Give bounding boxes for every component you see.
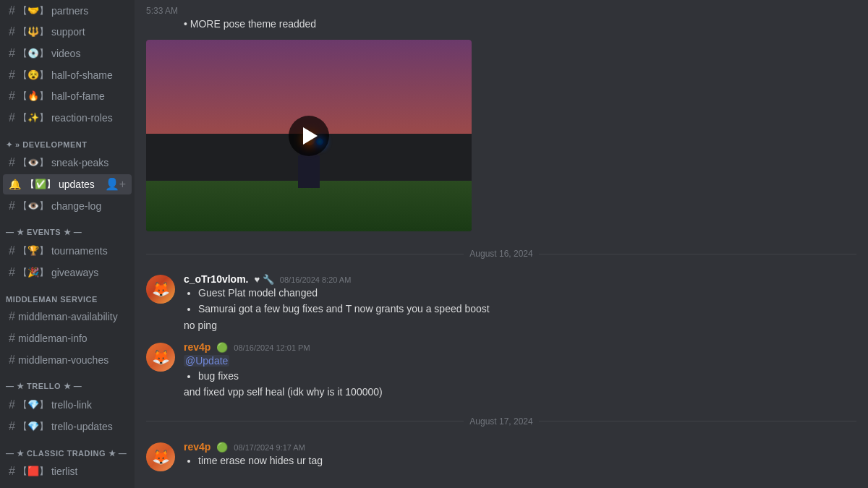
channel-item-hall-of-fame[interactable]: # 【🔥】 hall-of-fame xyxy=(3,86,132,106)
hash-icon: # xyxy=(9,420,15,433)
message-list: time erase now hides ur tag xyxy=(198,454,856,468)
channel-label: reaction-roles xyxy=(51,112,113,124)
date-divider-aug16: August 16, 2024 xyxy=(146,249,856,259)
category-development: ✦ » DEVELOPMENT xyxy=(0,129,135,153)
list-item: time erase now hides ur tag xyxy=(198,454,856,468)
username-badge: 🟢 xyxy=(216,342,228,353)
notification-icon: 🔔 xyxy=(9,179,21,190)
channel-item-middleman-vouches[interactable]: # middleman-vouches xyxy=(3,350,132,370)
channel-item-giveaways[interactable]: # 【🎉】 giveaways xyxy=(3,262,132,283)
list-item: bug fixes xyxy=(198,369,856,383)
avatar: 🦊 xyxy=(146,343,175,372)
video-timestamp: 5:33 AM xyxy=(135,6,868,16)
message-content: c_oTr10vlom. ♥ 🔧 08/16/2024 8:20 AM Gues… xyxy=(184,273,856,333)
message-header: c_oTr10vlom. ♥ 🔧 08/16/2024 8:20 AM xyxy=(184,273,856,285)
hash-icon: # xyxy=(9,244,15,257)
channel-label: tournaments xyxy=(51,245,108,257)
avatar: 🦊 xyxy=(146,275,175,304)
hash-icon: # xyxy=(9,90,15,103)
add-user-icon[interactable]: 👤+ xyxy=(105,177,126,191)
hash-icon: # xyxy=(9,266,15,279)
category-trello: — ★ TRELLO ★ — xyxy=(0,370,135,394)
channel-label: middleman-vouches xyxy=(18,354,109,366)
message-text: Guest Plat model changed Samurai got a f… xyxy=(184,286,856,333)
channel-item-tierlist[interactable]: # 【🟥】 tierlist xyxy=(3,462,132,482)
channel-label: giveaways xyxy=(51,267,98,278)
message-header: rev4p 🟢 08/17/2024 9:17 AM xyxy=(184,441,856,453)
divider-line xyxy=(539,421,856,421)
channel-label: middleman-availability xyxy=(18,311,118,322)
message-list: bug fixes xyxy=(198,369,856,383)
channel-item-support[interactable]: # 【🔱】 support xyxy=(3,22,132,43)
extra-text: and fixed vpp self heal (idk why is it 1… xyxy=(184,385,856,399)
hash-icon: # xyxy=(9,111,15,124)
channel-label: change-log xyxy=(51,200,101,212)
hash-icon: # xyxy=(9,200,15,213)
channel-label: hall-of-shame xyxy=(51,69,113,81)
channel-label: partners xyxy=(51,5,88,17)
hash-icon: # xyxy=(9,465,15,478)
channel-item-middleman-availability[interactable]: # middleman-availability xyxy=(3,307,132,328)
main-content: 5:33 AM • MORE pose theme readded xyxy=(135,0,868,488)
channel-item-tournaments[interactable]: # 【🏆】 tournaments xyxy=(3,241,132,261)
username: rev4p xyxy=(184,341,210,353)
hash-icon: # xyxy=(9,310,15,323)
channel-label: videos xyxy=(51,48,80,59)
hash-icon: # xyxy=(9,354,15,367)
hash-icon: # xyxy=(9,4,15,17)
message-content: rev4p 🟢 08/16/2024 12:01 PM @Update bug … xyxy=(184,341,856,399)
date-divider-aug17: August 17, 2024 xyxy=(146,416,856,427)
play-button[interactable] xyxy=(289,116,329,156)
username: rev4p xyxy=(184,441,210,453)
channel-item-reaction-roles[interactable]: # 【✨】 reaction-roles xyxy=(3,108,132,128)
username: c_oTr10vlom. xyxy=(184,273,249,285)
date-text: August 17, 2024 xyxy=(469,416,532,427)
hash-icon: # xyxy=(9,332,15,345)
video-embed[interactable] xyxy=(146,40,472,231)
avatar: 🦊 xyxy=(146,442,175,471)
message-text: time erase now hides ur tag xyxy=(184,454,856,468)
channel-item-sneak-peaks[interactable]: # 【👁️】 sneak-peaks xyxy=(3,153,132,174)
timestamp: 08/16/2024 8:20 AM xyxy=(280,275,351,284)
date-text: August 16, 2024 xyxy=(469,249,532,259)
message-group: 🦊 c_oTr10vlom. ♥ 🔧 08/16/2024 8:20 AM Gu… xyxy=(135,270,868,335)
channel-item-trello-updates[interactable]: # 【💎】 trello-updates xyxy=(3,416,132,437)
channel-item-change-log[interactable]: # 【👁️】 change-log xyxy=(3,196,132,216)
video-ground xyxy=(146,181,472,231)
timestamp: 08/17/2024 9:17 AM xyxy=(234,443,305,452)
channel-item-trello-link[interactable]: # 【💎】 trello-link xyxy=(3,395,132,415)
category-classic-trading: — ★ CLASSIC TRADING ★ — xyxy=(0,437,135,461)
list-item: Guest Plat model changed xyxy=(198,286,856,300)
channel-label: middleman-info xyxy=(18,333,88,344)
channel-item-videos[interactable]: # 【💿】 videos xyxy=(3,43,132,64)
hash-icon: # xyxy=(9,25,15,38)
username-badge: 🟢 xyxy=(216,442,228,453)
channel-label: trello-updates xyxy=(51,421,113,432)
channel-label: trello-link xyxy=(51,399,92,411)
hash-icon: # xyxy=(9,398,15,411)
chat-area: 5:33 AM • MORE pose theme readded xyxy=(135,0,868,488)
channel-label: updates xyxy=(59,179,95,190)
divider-line xyxy=(146,421,464,421)
message-header: rev4p 🟢 08/16/2024 12:01 PM xyxy=(184,341,856,353)
category-middleman: MIDDLEMAN SERVICE xyxy=(0,283,135,307)
channel-item-updates[interactable]: 🔔 【✅】 updates 👤+ xyxy=(3,174,132,194)
char-torso xyxy=(298,155,320,188)
hash-icon: # xyxy=(9,69,15,82)
message-content: rev4p 🟢 08/17/2024 9:17 AM time erase no… xyxy=(184,441,856,471)
message-list: Guest Plat model changed Samurai got a f… xyxy=(198,286,856,316)
message-group: 🦊 rev4p 🟢 08/17/2024 9:17 AM time erase … xyxy=(135,438,868,474)
extra-text: no ping xyxy=(184,319,856,333)
hash-icon: # xyxy=(9,156,15,169)
channel-item-hall-of-shame[interactable]: # 【😵】 hall-of-shame xyxy=(3,65,132,85)
channel-label: support xyxy=(51,26,85,38)
timestamp: 08/16/2024 12:01 PM xyxy=(234,343,310,352)
divider-line xyxy=(146,254,464,254)
channel-item-middleman-info[interactable]: # middleman-info xyxy=(3,328,132,348)
channel-item-partners[interactable]: # 【🤝】 partners xyxy=(3,1,132,21)
sidebar: # 【🤝】 partners # 【🔱】 support # 【💿】 video… xyxy=(0,0,135,488)
video-embed-container xyxy=(135,40,868,237)
message-text: @Update bug fixes and fixed vpp self hea… xyxy=(184,354,856,399)
message-group: 🦊 rev4p 🟢 08/16/2024 12:01 PM @Update bu… xyxy=(135,338,868,402)
channel-label: sneak-peaks xyxy=(51,157,109,168)
